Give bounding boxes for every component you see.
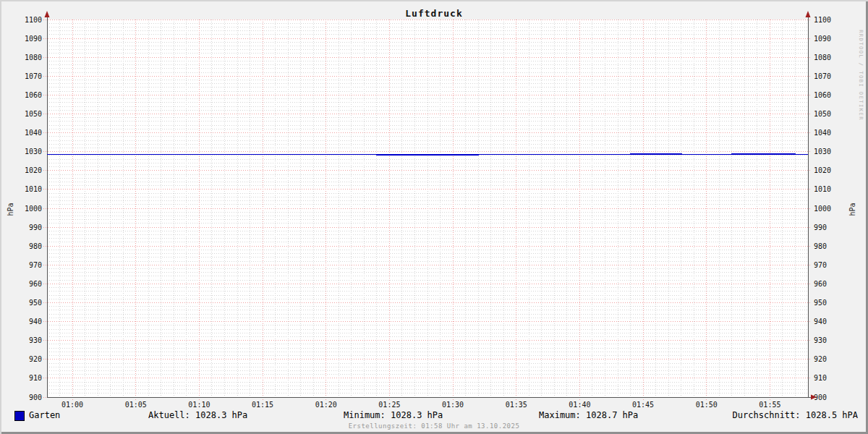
x-tick-label: 01:35 — [506, 401, 527, 409]
y-tick-label-right: 1010 — [814, 185, 831, 193]
x-tick-label: 01:50 — [696, 401, 718, 409]
y-tick-label-right: 960 — [814, 280, 827, 288]
y-tick-label-left: 1040 — [25, 129, 42, 137]
y-axis-arrow-left — [45, 11, 50, 17]
y-tick-label-right: 990 — [814, 224, 827, 231]
y-tick-label-left: 930 — [29, 336, 42, 344]
y-tick-label-right: 1100 — [814, 16, 831, 24]
x-tick-label: 01:05 — [125, 401, 147, 409]
y-tick-label-left: 970 — [29, 261, 42, 269]
y-tick-label-left: 990 — [29, 224, 42, 231]
x-tick-label: 01:45 — [632, 401, 654, 409]
y-tick-label-right: 1050 — [814, 110, 831, 118]
y-tick-label-right: 970 — [814, 261, 827, 269]
y-axis-arrow-right — [806, 11, 811, 17]
x-tick-label: 01:15 — [252, 401, 273, 409]
stat-maximum: Maximum: 1028.7 hPa — [539, 410, 638, 420]
x-tick-label: 01:00 — [61, 401, 83, 409]
y-tick-label-left: 1030 — [25, 148, 42, 156]
y-tick-label-right: 1060 — [814, 91, 831, 99]
creation-time: Erstellungszeit: 01:58 Uhr am 13.10.2025 — [0, 422, 868, 430]
y-tick-label-right: 1020 — [814, 166, 831, 174]
y-tick-label-left: 1080 — [25, 54, 42, 61]
y-tick-label-left: 1090 — [25, 35, 42, 43]
y-tick-label-left: 960 — [29, 280, 42, 288]
y-tick-label-left: 910 — [29, 374, 42, 382]
y-tick-label-left: 1020 — [25, 166, 42, 174]
y-tick-label-left: 900 — [29, 393, 42, 401]
y-tick-label-left: 940 — [29, 318, 42, 326]
y-tick-label-right: 920 — [814, 355, 827, 363]
x-tick-label: 01:40 — [569, 401, 590, 409]
y-tick-label-left: 980 — [29, 242, 42, 250]
y-tick-label-right: 980 — [814, 242, 827, 250]
y-tick-label-right: 1030 — [814, 148, 831, 156]
x-tick-label: 01:25 — [378, 401, 400, 409]
legend-series-label: Garten — [29, 410, 60, 420]
x-tick-label: 01:20 — [315, 401, 337, 409]
y-tick-label-right: 930 — [814, 336, 827, 344]
x-tick-label: 01:10 — [188, 401, 210, 409]
y-tick-label-left: 920 — [29, 355, 42, 363]
stat-minimum: Minimum: 1028.3 hPa — [344, 410, 443, 420]
y-tick-label-left: 1060 — [25, 91, 42, 99]
y-tick-label-right: 1090 — [814, 35, 831, 43]
rrdtool-graph: Luftdruck hPa hPa 9009009109109209209309… — [0, 0, 868, 434]
y-tick-label-left: 1070 — [25, 72, 42, 80]
x-tick-label: 01:30 — [442, 401, 464, 409]
plot-area: 9009009109109209209309309409409509509609… — [0, 0, 868, 434]
y-tick-label-left: 1100 — [25, 16, 42, 24]
y-tick-label-right: 1080 — [814, 54, 831, 61]
y-tick-label-right: 1000 — [814, 205, 831, 213]
stat-current: Aktuell: 1028.3 hPa — [148, 410, 247, 420]
y-tick-label-right: 950 — [814, 299, 827, 307]
y-tick-label-right: 910 — [814, 374, 827, 382]
y-tick-label-left: 950 — [29, 299, 42, 307]
y-tick-label-right: 1070 — [814, 72, 831, 80]
y-tick-label-right: 1040 — [814, 129, 831, 137]
y-tick-label-left: 1050 — [25, 110, 42, 118]
y-tick-label-right: 940 — [814, 318, 827, 326]
series-color-swatch — [14, 411, 25, 421]
y-tick-label-left: 1010 — [25, 185, 42, 193]
stat-average: Durchschnitt: 1028.5 hPA — [733, 410, 858, 420]
y-tick-label-left: 1000 — [25, 205, 42, 213]
x-tick-label: 01:55 — [759, 401, 780, 409]
rrdtool-watermark: RRDTOOL / TOBI OETIKER — [855, 3, 864, 148]
